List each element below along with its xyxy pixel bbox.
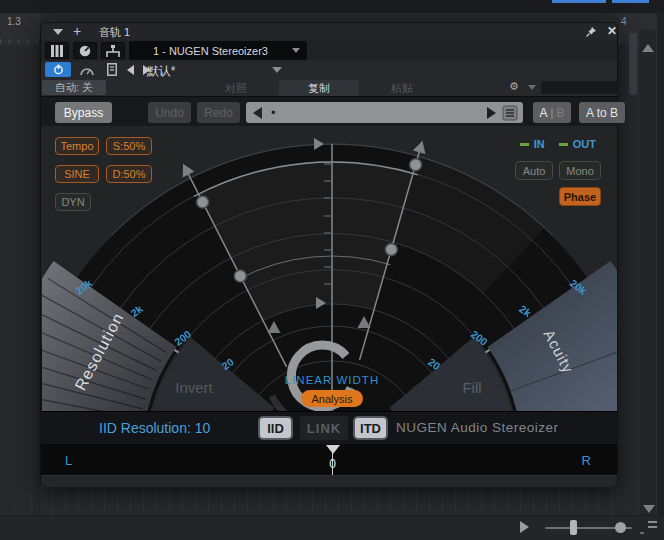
io-meter-labels: IN OUT — [520, 138, 596, 150]
plugin-toolbar: Bypass Undo Redo • A — [41, 96, 617, 126]
bypass-button[interactable]: Bypass — [55, 102, 112, 123]
host-top-accent-left — [552, 0, 606, 3]
timeline-ruler-left[interactable]: 1.3 — [0, 13, 40, 45]
a-to-b-button[interactable]: A to B — [579, 102, 625, 123]
automation-mode[interactable]: 自动: 关 — [42, 80, 106, 95]
out-label: OUT — [573, 138, 596, 150]
pin-icon[interactable] — [585, 26, 597, 38]
analysis-button[interactable]: Analysis — [301, 390, 363, 407]
s-value-button[interactable]: S:50% — [106, 137, 152, 155]
handle[interactable] — [410, 159, 422, 171]
phase-button[interactable]: Phase — [559, 187, 601, 206]
nav-prev-icon[interactable] — [253, 107, 262, 119]
sine-label: SINE — [64, 168, 90, 180]
pan-value: 0 — [325, 457, 340, 471]
right-radial-arrow-icon[interactable] — [413, 139, 429, 154]
power-icon — [53, 64, 64, 75]
paste-button[interactable]: 粘贴 — [362, 81, 442, 96]
plugin-titlebar[interactable]: + 音轨 1 ✕ — [41, 23, 617, 40]
zoom-slider-handle[interactable] — [570, 520, 577, 535]
ruler-label-left: 1.3 — [7, 16, 21, 27]
left-radial-arrow-icon[interactable] — [177, 161, 194, 178]
gear-icon[interactable]: ⚙ — [509, 80, 519, 93]
d-value-button[interactable]: D:50% — [106, 165, 152, 183]
preset-list-icon[interactable] — [502, 105, 518, 121]
a-to-b-label: A to B — [586, 106, 618, 120]
rack-row: 1 - NUGEN Stereoizer3 — [41, 40, 617, 61]
iid-toggle[interactable]: IID — [258, 416, 293, 440]
plugin-selector[interactable]: 1 - NUGEN Stereoizer3 — [129, 41, 307, 60]
zoom-slider-knob[interactable] — [615, 522, 626, 533]
plugin-window: + 音轨 1 ✕ — [40, 22, 618, 487]
mono-button[interactable]: Mono — [559, 161, 601, 180]
marker-up-icon[interactable] — [268, 321, 281, 333]
tempo-label: Tempo — [60, 140, 93, 152]
plugin-power-button[interactable] — [45, 62, 71, 77]
itd-toggle[interactable]: ITD — [353, 416, 388, 440]
undo-button[interactable]: Undo — [148, 102, 191, 123]
handle[interactable] — [234, 270, 246, 282]
preset-modified-marker: • — [271, 108, 276, 118]
redo-button[interactable]: Redo — [197, 102, 240, 123]
balance-bar[interactable]: L R 0 — [41, 444, 617, 476]
ab-separator: | — [551, 107, 554, 119]
chevron-down-icon[interactable] — [528, 85, 536, 90]
add-track-icon[interactable]: + — [73, 23, 81, 39]
scroll-up-icon[interactable] — [642, 44, 654, 52]
out-meter-dash — [559, 143, 568, 146]
preset-browser-bar[interactable]: • — [246, 102, 523, 123]
dyn-button[interactable]: DYN — [55, 193, 91, 211]
insert-knob-button[interactable] — [75, 62, 99, 77]
link-toggle[interactable]: LINK — [300, 416, 348, 440]
knob-view-button[interactable] — [73, 42, 97, 59]
ruler-label-right: 4 — [621, 16, 627, 27]
copy-button[interactable]: 复制 — [279, 80, 359, 97]
marker-right-icon[interactable] — [314, 138, 324, 150]
bars-icon — [50, 45, 64, 57]
nav-next-icon[interactable] — [487, 107, 496, 119]
auto-button[interactable]: Auto — [515, 161, 553, 180]
linear-width-label: LINEAR WIDTH — [232, 374, 432, 386]
handle[interactable] — [197, 196, 209, 208]
mono-label: Mono — [566, 165, 594, 177]
preset-name[interactable]: 默认* — [101, 63, 221, 80]
marker-up-icon[interactable] — [358, 316, 371, 328]
handle[interactable] — [385, 243, 397, 255]
sine-button[interactable]: SINE — [55, 165, 99, 183]
in-label: IN — [534, 138, 545, 150]
automation-row: 自动: 关 对照 复制 粘贴 ⚙ — [41, 79, 617, 96]
zoom-play-icon[interactable] — [520, 521, 529, 533]
mini-scroll-thumb[interactable] — [629, 33, 637, 95]
ab-b-label: B — [556, 106, 564, 120]
ab-toggle-button[interactable]: A | B — [533, 102, 571, 123]
link-label: LINK — [307, 421, 341, 436]
pan-handle-icon[interactable] — [326, 445, 340, 454]
inserts-button[interactable] — [45, 42, 69, 59]
width-sector — [199, 162, 414, 321]
routing-button[interactable] — [101, 42, 125, 59]
plugin-bottom-edge — [41, 476, 617, 487]
vertical-scrollbar[interactable] — [638, 30, 657, 515]
undo-label: Undo — [155, 106, 184, 120]
host-top-accent-right — [612, 0, 649, 3]
pan-left-label: L — [65, 453, 72, 468]
host-grid-strip — [40, 487, 618, 515]
auto-label: Auto — [523, 165, 546, 177]
close-icon[interactable]: ✕ — [607, 24, 617, 38]
daw-workspace: 1.3 4 + 音轨 1 ✕ — [0, 0, 664, 540]
knob-icon — [78, 44, 92, 58]
scroll-down-icon[interactable] — [643, 505, 655, 513]
function-strip[interactable] — [541, 81, 617, 94]
host-track-area-left — [0, 45, 40, 515]
chevron-down-icon[interactable] — [53, 29, 63, 35]
tempo-button[interactable]: Tempo — [55, 137, 99, 155]
chevron-down-icon[interactable] — [272, 67, 282, 73]
compare-button[interactable]: 对照 — [196, 81, 276, 96]
grid-options-icon[interactable] — [648, 521, 657, 523]
dial-icon — [79, 64, 95, 76]
host-right-edge — [657, 13, 664, 540]
s-value-label: S:50% — [113, 140, 145, 152]
in-meter-dash — [520, 143, 529, 146]
routing-icon — [105, 44, 121, 58]
phase-label: Phase — [564, 191, 596, 203]
